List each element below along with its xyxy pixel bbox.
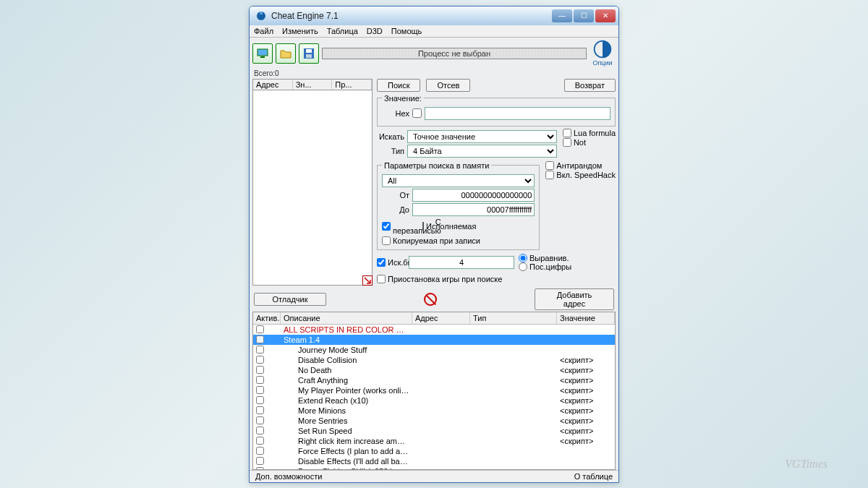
hex-label: Hex: [382, 109, 409, 118]
row-active-checkbox[interactable]: [256, 447, 264, 455]
first-scan-button[interactable]: Поиск: [377, 79, 420, 92]
scantype-select[interactable]: Точное значение: [407, 130, 557, 143]
row-active-checkbox[interactable]: [256, 325, 264, 333]
th-addr[interactable]: Адрес: [412, 312, 470, 324]
table-row[interactable]: Set Run Speed<скрипт>: [253, 426, 615, 436]
results-list[interactable]: [252, 90, 373, 286]
table-row[interactable]: More Sentries<скрипт>: [253, 416, 615, 426]
undo-scan-button[interactable]: Возврат: [564, 79, 616, 92]
to-input[interactable]: [412, 203, 535, 216]
table-row[interactable]: Craft Anything<скрипт>: [253, 375, 615, 385]
region-select[interactable]: All: [382, 174, 535, 187]
menu-edit[interactable]: Изменить: [282, 27, 318, 35]
fastscan-checkbox[interactable]: [377, 258, 386, 267]
antirandom-checkbox-row[interactable]: Антирандом: [545, 161, 616, 170]
memory-options-group: Параметры поиска в памяти All От До С пе…: [377, 161, 540, 250]
fastscan-value[interactable]: [409, 256, 514, 269]
table-row[interactable]: My Player Pointer (works online + offlin…: [253, 385, 615, 395]
table-row[interactable]: Disable Effects (I'll add all bad effect…: [253, 456, 615, 466]
writable-checkbox-row[interactable]: С перезаписью: [382, 218, 409, 235]
lua-checkbox[interactable]: [563, 129, 571, 137]
row-active-checkbox[interactable]: [256, 457, 264, 465]
speedhack-checkbox-row[interactable]: Вкл. SpeedHack: [545, 171, 616, 179]
row-active-checkbox[interactable]: [256, 335, 264, 343]
copyonwrite-checkbox-row[interactable]: Копируемая при записи: [382, 236, 535, 245]
row-value: <скрипт>: [557, 406, 615, 416]
row-description: No Death: [281, 365, 412, 375]
col-prev[interactable]: Пр...: [332, 80, 372, 90]
table-row[interactable]: No Death<скрипт>: [253, 365, 615, 375]
pause-checkbox[interactable]: [377, 275, 386, 283]
status-right[interactable]: О таблице: [574, 472, 613, 481]
th-type[interactable]: Тип: [470, 312, 557, 324]
row-active-checkbox[interactable]: [256, 427, 264, 435]
row-value: <скрипт>: [557, 365, 615, 375]
executable-checkbox-row[interactable]: Исполняемая: [422, 222, 450, 231]
row-active-checkbox[interactable]: [256, 386, 264, 394]
titlebar[interactable]: Cheat Engine 7.1 — ☐ ✕: [250, 7, 618, 25]
table-row[interactable]: Journey Mode Stuff: [253, 345, 615, 355]
row-active-checkbox[interactable]: [256, 366, 264, 374]
table-row[interactable]: Steam 1.4: [253, 335, 615, 345]
row-active-checkbox[interactable]: [256, 396, 264, 404]
table-row[interactable]: Disable Collision<скрипт>: [253, 355, 615, 365]
table-row[interactable]: Right click item increase amount<скрипт>: [253, 436, 615, 446]
table-row[interactable]: Extend Reach (x10)<скрипт>: [253, 395, 615, 406]
cheat-table-body[interactable]: ALL SCRIPTS IN RED COLOR HAVE NOT BEEN U…: [253, 325, 615, 469]
table-row[interactable]: More Minions<скрипт>: [253, 406, 615, 416]
process-label[interactable]: Процесс не выбран: [322, 48, 587, 59]
save-button[interactable]: [299, 43, 319, 64]
writable-checkbox[interactable]: [382, 222, 391, 231]
row-type: [470, 436, 557, 446]
debugger-button[interactable]: Отладчик: [254, 293, 326, 306]
value-input[interactable]: [425, 107, 610, 120]
menu-table[interactable]: Таблица: [327, 27, 358, 35]
table-row[interactable]: ALL SCRIPTS IN RED COLOR HAVE NOT BEEN U…: [253, 325, 615, 335]
open-button[interactable]: [276, 43, 296, 64]
from-input[interactable]: [412, 189, 535, 202]
col-address[interactable]: Адрес: [253, 80, 293, 90]
close-button[interactable]: ✕: [595, 9, 616, 22]
antirandom-checkbox[interactable]: [545, 161, 554, 170]
hex-checkbox[interactable]: [412, 108, 422, 118]
fastscan-checkbox-row[interactable]: Иск.быст.: [377, 258, 404, 267]
add-to-list-icon[interactable]: [362, 275, 373, 286]
menu-help[interactable]: Помощь: [391, 27, 422, 35]
executable-checkbox[interactable]: [422, 222, 424, 231]
pause-checkbox-row[interactable]: Приостановка игры при поиске: [377, 275, 616, 283]
th-desc[interactable]: Описание: [281, 312, 412, 324]
speedhack-checkbox[interactable]: [545, 171, 554, 179]
copyonwrite-checkbox[interactable]: [382, 236, 391, 245]
alignment-radio-row[interactable]: Выравнив.: [519, 254, 546, 262]
lastdigits-radio[interactable]: [519, 262, 527, 271]
col-value[interactable]: Зн...: [293, 80, 333, 90]
alignment-radio[interactable]: [519, 254, 527, 262]
menu-d3d[interactable]: D3D: [367, 27, 383, 35]
not-checkbox-row[interactable]: Not: [563, 138, 616, 147]
row-value: <скрипт>: [557, 385, 615, 395]
not-checkbox[interactable]: [563, 138, 571, 147]
th-value[interactable]: Значение: [557, 312, 615, 324]
scantype-label: Искать: [377, 132, 404, 141]
add-address-button[interactable]: Добавить адрес: [535, 288, 614, 310]
row-active-checkbox[interactable]: [256, 406, 264, 414]
table-row[interactable]: Bonus Fishing Skill (+250 )<скрипт>: [253, 466, 615, 469]
minimize-button[interactable]: —: [552, 9, 572, 22]
lua-checkbox-row[interactable]: Lua formula: [563, 129, 616, 137]
th-active[interactable]: Актив.: [253, 312, 281, 324]
row-active-checkbox[interactable]: [256, 416, 264, 424]
maximize-button[interactable]: ☐: [574, 9, 594, 22]
row-active-checkbox[interactable]: [256, 356, 264, 364]
status-left[interactable]: Доп. возможности: [255, 472, 322, 481]
table-row[interactable]: Force Effects (I plan to add all of them…: [253, 446, 615, 456]
next-scan-button[interactable]: Отсев: [426, 79, 470, 92]
row-active-checkbox[interactable]: [256, 437, 264, 445]
lastdigits-radio-row[interactable]: Пос.цифры: [519, 262, 546, 271]
row-active-checkbox[interactable]: [256, 346, 264, 354]
options-logo[interactable]: Опции: [590, 39, 616, 68]
valuetype-select[interactable]: 4 Байта: [407, 145, 557, 158]
select-process-button[interactable]: [252, 43, 273, 64]
row-active-checkbox[interactable]: [256, 376, 264, 384]
menu-file[interactable]: Файл: [254, 27, 273, 35]
row-active-checkbox[interactable]: [256, 467, 264, 469]
